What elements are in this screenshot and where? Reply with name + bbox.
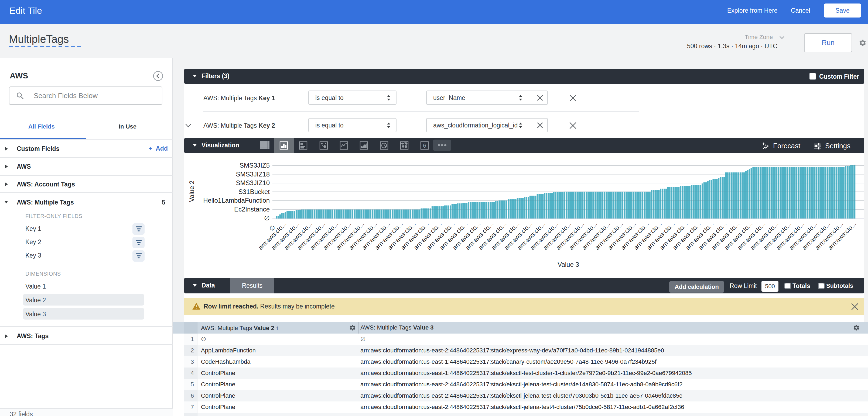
svg-text:Value 3: Value 3: [558, 261, 579, 268]
svg-text:SMS3JIZ5: SMS3JIZ5: [240, 162, 270, 169]
svg-text:∅: ∅: [264, 214, 270, 222]
svg-text:Hello1LambdaFunction: Hello1LambdaFunction: [203, 197, 270, 204]
svg-text:SMS3JIZ10: SMS3JIZ10: [236, 179, 270, 186]
svg-text:Value 2: Value 2: [188, 180, 195, 202]
svg-text:Ec2Instance: Ec2Instance: [234, 206, 270, 213]
svg-text:SMS3JIZ18: SMS3JIZ18: [236, 171, 270, 178]
svg-text:6: 6: [423, 142, 426, 149]
svg-text:S31Bucket: S31Bucket: [239, 188, 270, 195]
